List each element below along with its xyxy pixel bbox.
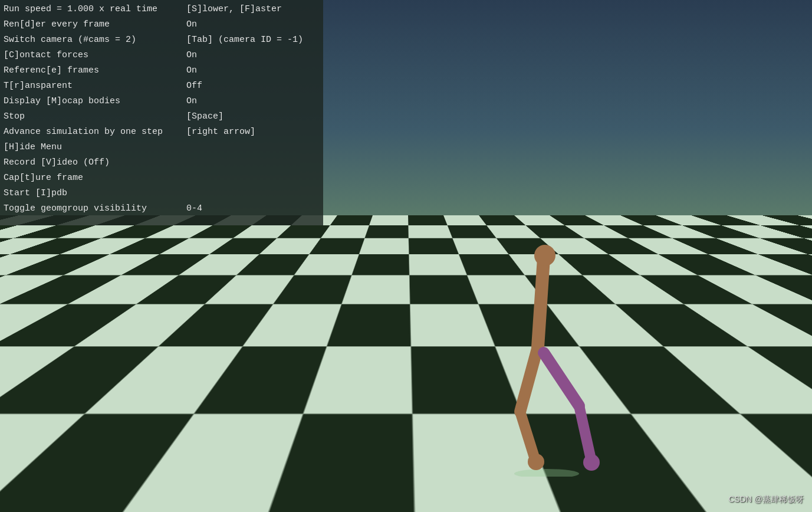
svg-line-3 [520, 412, 535, 459]
hud-label-4: Referenc[e] frames [4, 65, 186, 76]
robot-figure [488, 229, 629, 477]
hud-value-8: [right arrow] [186, 127, 317, 137]
hud-row-13: Toggle geomgroup visibility0-4 [4, 203, 317, 218]
hud-value-7: [Space] [186, 111, 317, 122]
svg-point-0 [514, 469, 579, 477]
hud-value-13: 0-4 [186, 204, 317, 214]
hud-value-5: Off [186, 81, 317, 91]
hud-label-9: [H]ide Menu [4, 142, 186, 152]
hud-row-10: Record [V]ideo (Off) [4, 157, 317, 172]
hud-label-2: Switch camera (#cams = 2) [4, 35, 186, 45]
hud-label-8: Advance simulation by one step [4, 127, 186, 137]
hud-label-7: Stop [4, 111, 186, 122]
hud-value-2: [Tab] (camera ID = -1) [186, 35, 317, 45]
hud-label-13: Toggle geomgroup visibility [4, 204, 186, 214]
hud-row-7: Stop[Space] [4, 111, 317, 126]
hud-label-10: Record [V]ideo (Off) [4, 157, 186, 168]
hud-row-0: Run speed = 1.000 x real time[S]lower, [… [4, 4, 317, 19]
hud-value-0: [S]lower, [F]aster [186, 4, 317, 14]
floor-container [0, 215, 812, 512]
hud-label-12: Start [I]pdb [4, 188, 186, 198]
svg-point-7 [583, 454, 600, 471]
hud-value-3: On [186, 50, 317, 60]
svg-line-1 [538, 258, 544, 347]
hud-label-5: T[r]ansparent [4, 81, 186, 91]
hud-row-4: Referenc[e] framesOn [4, 65, 317, 80]
hud-row-6: Display [M]ocap bodiesOn [4, 96, 317, 111]
svg-line-5 [544, 353, 579, 406]
hud-label-6: Display [M]ocap bodies [4, 96, 186, 106]
hud-row-1: Ren[d]er every frameOn [4, 19, 317, 34]
hud-row-11: Cap[t]ure frame [4, 172, 317, 188]
hud-value-1: On [186, 19, 317, 29]
hud-value-4: On [186, 65, 317, 76]
svg-point-8 [534, 245, 555, 266]
hud-label-3: [C]ontact forces [4, 50, 186, 60]
watermark: CSDN @蒸肆稀饭呀 [728, 494, 804, 505]
hud-value-6: On [186, 96, 317, 106]
hud-label-11: Cap[t]ure frame [4, 173, 186, 183]
hud-row-3: [C]ontact forcesOn [4, 50, 317, 65]
svg-line-2 [520, 347, 538, 412]
watermark-text: CSDN @蒸肆稀饭呀 [728, 494, 804, 504]
hud-row-8: Advance simulation by one step[right arr… [4, 126, 317, 142]
hud-row-9: [H]ide Menu [4, 142, 317, 157]
hud-row-2: Switch camera (#cams = 2)[Tab] (camera I… [4, 34, 317, 50]
hud-label-0: Run speed = 1.000 x real time [4, 4, 186, 14]
hud-overlay: Run speed = 1.000 x real time[S]lower, [… [0, 0, 323, 225]
hud-row-5: T[r]ansparentOff [4, 80, 317, 96]
svg-point-4 [528, 454, 544, 470]
hud-label-1: Ren[d]er every frame [4, 19, 186, 29]
hud-row-12: Start [I]pdb [4, 188, 317, 203]
svg-line-6 [579, 406, 591, 459]
